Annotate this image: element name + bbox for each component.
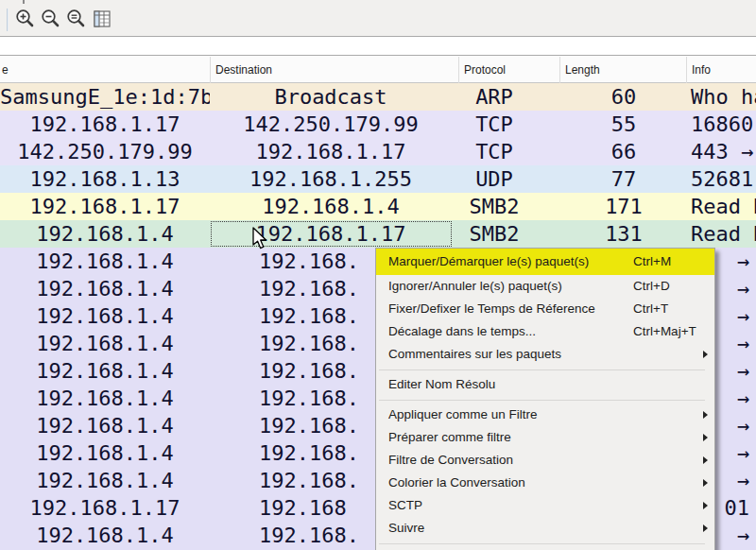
column-header-length[interactable]: Length [559, 57, 686, 83]
context-menu-item[interactable]: Editer Nom Résolu [376, 373, 714, 396]
packet-list-header: e Destination Protocol Length Info [0, 57, 756, 83]
cell-source: 192.168.1.4 [0, 220, 210, 248]
column-header-protocol[interactable]: Protocol [458, 57, 559, 83]
cell-length: 171 [567, 193, 680, 220]
menu-item-shortcut: Ctrl+T [633, 298, 668, 320]
table-row[interactable]: 142.250.179.99192.168.1.17TCP66443 → [0, 138, 756, 165]
cell-protocol: ARP [419, 83, 570, 111]
cell-length: 66 [567, 138, 680, 165]
cell-protocol: TCP [419, 111, 570, 138]
zoom-in-button[interactable] [13, 7, 38, 31]
menu-item-label: Préparer comme filtre [388, 430, 511, 444]
menu-item-label: Ignorer/Annuler le(s) paquet(s) [388, 279, 562, 293]
table-row[interactable]: 192.168.1.17142.250.179.99TCP5516860 [0, 111, 756, 138]
menu-item-label: Editer Nom Résolu [388, 377, 495, 391]
cell-source: 192.168.1.4 [0, 248, 210, 275]
menu-item-label: Appliquer comme un Filtre [388, 407, 538, 421]
cell-source: 192.168.1.13 [0, 165, 210, 193]
context-menu-item[interactable]: Fixer/Defixer le Temps de RéferenceCtrl+… [376, 298, 714, 320]
table-row[interactable]: SamsungE_1e:1d:7bBroadcastARP60Who ha [0, 83, 756, 111]
menu-separator [376, 396, 714, 404]
filter-bar[interactable] [0, 38, 756, 56]
submenu-arrow-icon [703, 502, 708, 509]
menu-item-shortcut: Ctrl+M [633, 249, 671, 275]
menu-item-label: SCTP [388, 498, 422, 512]
cell-info: Read R [686, 193, 756, 220]
cell-source: 192.168.1.4 [0, 302, 210, 330]
menu-item-label: Colorier la Conversation [388, 475, 525, 490]
menu-separator [376, 366, 714, 373]
table-row[interactable]: 192.168.1.4192.168.1.17SMB2131Read R [0, 220, 756, 248]
context-menu-item[interactable]: SCTP [376, 494, 714, 517]
table-row[interactable]: 192.168.1.17192.168.1.4SMB2171Read R [0, 193, 756, 220]
context-menu-item[interactable]: Décalage dans le temps...Ctrl+Maj+T [376, 320, 714, 343]
cell-destination: Broadcast [210, 83, 452, 111]
context-menu-item[interactable]: Filtre de Conversation [376, 449, 714, 472]
table-row[interactable]: 192.168.1.13192.168.1.255UDP7752681 [0, 165, 756, 193]
context-menu-item[interactable]: Préparer comme filtre [376, 426, 714, 449]
cell-source: 192.168.1.4 [0, 385, 210, 412]
menu-separator [376, 540, 714, 547]
menu-item-label: Décalage dans le temps... [388, 324, 536, 338]
context-menu-item[interactable]: Appliquer comme un Filtre [376, 404, 714, 426]
menu-item-label: Commentaires sur les paquets [388, 347, 561, 361]
cell-source: 142.250.179.99 [0, 138, 210, 165]
cell-protocol: SMB2 [419, 220, 570, 248]
resize-columns-button[interactable] [90, 7, 114, 31]
zoom-normal-button[interactable] [64, 7, 89, 31]
menu-item-label: Suivre [388, 521, 424, 535]
column-header-info[interactable]: Info [686, 57, 756, 83]
cell-source: 192.168.1.4 [0, 412, 210, 439]
context-menu-item[interactable]: Marquer/Démarquer le(s) paquet(s)Ctrl+M [376, 249, 714, 275]
menu-item-label: Fixer/Defixer le Temps de Réference [388, 301, 595, 316]
magnifier-minus-icon [40, 8, 62, 30]
cell-source: 192.168.1.4 [0, 439, 210, 467]
cell-source: 192.168.1.4 [0, 330, 210, 357]
menu-item-shortcut: Ctrl+D [633, 275, 670, 298]
context-menu: Marquer/Démarquer le(s) paquet(s)Ctrl+MI… [375, 248, 715, 550]
cell-length: 55 [567, 111, 680, 138]
zoom-out-button[interactable] [39, 7, 63, 31]
submenu-arrow-icon [703, 351, 708, 358]
submenu-arrow-icon [703, 411, 708, 419]
column-header-source[interactable]: e [0, 57, 210, 83]
cell-source: 192.168.1.17 [0, 193, 210, 220]
submenu-arrow-icon [703, 479, 708, 487]
cell-info: Read R [686, 220, 756, 248]
cell-source: 192.168.1.4 [0, 467, 210, 494]
column-header-destination[interactable]: Destination [210, 57, 458, 83]
cell-length: 131 [567, 220, 680, 248]
context-menu-item[interactable]: Suivre [376, 517, 714, 540]
cell-info: 443 → [686, 138, 756, 165]
magnifier-normal-icon [65, 8, 88, 30]
cell-source: 192.168.1.4 [0, 357, 210, 385]
cell-source: 192.168.1.17 [0, 111, 210, 138]
cell-info: Who ha [686, 83, 756, 111]
cell-source: 192.168.1.4 [0, 275, 210, 302]
cell-destination: 192.168.1.255 [210, 165, 452, 193]
toolbar-drag-handle [7, 9, 9, 31]
magnifier-plus-icon [14, 8, 37, 30]
context-menu-item[interactable]: Ignorer/Annuler le(s) paquet(s)Ctrl+D [376, 275, 714, 298]
cell-source: 192.168.1.4 [0, 522, 210, 549]
wireshark-window: e Destination Protocol Length Info Samsu… [0, 0, 756, 550]
main-toolbar [0, 0, 756, 37]
context-menu-item[interactable]: Commentaires sur les paquets [376, 343, 714, 366]
cell-source: 192.168.1.17 [0, 494, 210, 522]
context-menu-item[interactable]: Colorier la Conversation [376, 472, 714, 494]
menu-item-label: Marquer/Démarquer le(s) paquet(s) [388, 254, 589, 268]
cell-info: 16860 [686, 111, 756, 138]
submenu-arrow-icon [703, 456, 708, 464]
cell-protocol: SMB2 [419, 193, 570, 220]
cell-source: SamsungE_1e:1d:7b [0, 83, 210, 111]
submenu-arrow-icon [703, 524, 708, 532]
cell-length: 77 [567, 165, 680, 193]
submenu-arrow-icon [703, 434, 708, 441]
resize-columns-icon [91, 8, 113, 30]
menubar-remnant [23, 0, 25, 4]
cell-length: 60 [567, 83, 680, 111]
menu-item-label: Filtre de Conversation [388, 453, 513, 467]
cell-destination: 192.168.1.17 [210, 138, 452, 165]
cell-destination: 192.168.1.17 [210, 220, 452, 248]
cell-protocol: UDP [419, 165, 570, 193]
